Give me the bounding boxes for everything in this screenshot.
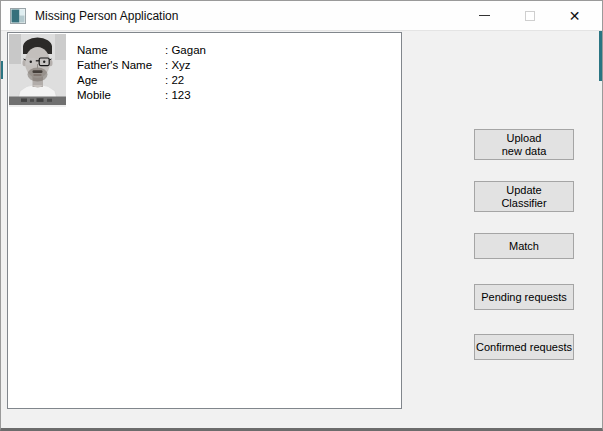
field-value: : 123 bbox=[165, 89, 191, 101]
background-window-edge-right bbox=[599, 31, 602, 81]
minimize-button[interactable] bbox=[462, 1, 507, 30]
detail-row-mobile: Mobile : 123 bbox=[77, 87, 206, 102]
detail-row-age: Age : 22 bbox=[77, 72, 206, 87]
match-button[interactable]: Match bbox=[474, 233, 574, 259]
background-window-edge-left bbox=[1, 61, 3, 79]
field-label: Mobile bbox=[77, 89, 165, 101]
field-value: : 22 bbox=[165, 74, 184, 86]
field-value: : Gagan bbox=[165, 44, 206, 56]
upload-new-data-button[interactable]: Upload new data bbox=[474, 129, 574, 160]
app-icon bbox=[10, 8, 26, 24]
detail-row-fathers-name: Father's Name : Xyz bbox=[77, 57, 206, 72]
app-window: Missing Person Application ✕ bbox=[0, 0, 603, 431]
minimize-icon bbox=[479, 15, 490, 16]
pending-requests-button[interactable]: Pending requests bbox=[474, 284, 574, 310]
window-title: Missing Person Application bbox=[35, 9, 178, 23]
confirmed-requests-button[interactable]: Confirmed requests bbox=[474, 334, 574, 360]
field-label: Father's Name bbox=[77, 59, 165, 71]
field-label: Age bbox=[77, 74, 165, 86]
detail-row-name: Name : Gagan bbox=[77, 42, 206, 57]
person-photo bbox=[9, 34, 66, 107]
person-details: Name : Gagan Father's Name : Xyz Age : 2… bbox=[77, 42, 206, 102]
titlebar[interactable]: Missing Person Application ✕ bbox=[1, 1, 602, 31]
field-value: : Xyz bbox=[165, 59, 191, 71]
maximize-button[interactable] bbox=[507, 1, 552, 30]
field-label: Name bbox=[77, 44, 165, 56]
person-detail-panel: Name : Gagan Father's Name : Xyz Age : 2… bbox=[7, 32, 402, 409]
maximize-icon bbox=[525, 11, 535, 21]
close-button[interactable]: ✕ bbox=[552, 1, 597, 30]
window-controls: ✕ bbox=[462, 1, 597, 30]
update-classifier-button[interactable]: Update Classifier bbox=[474, 181, 574, 212]
